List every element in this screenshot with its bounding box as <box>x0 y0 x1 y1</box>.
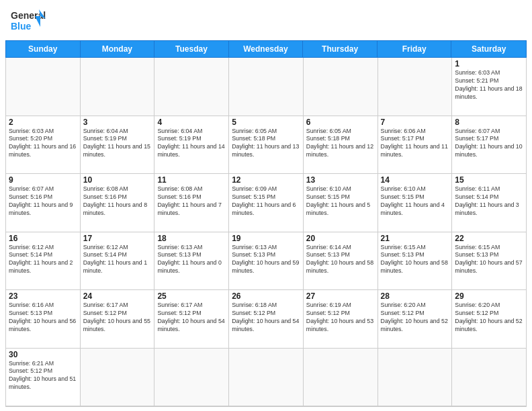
day-number: 8 <box>455 118 523 127</box>
day-number: 15 <box>455 175 523 185</box>
day-info: Sunrise: 6:17 AM Sunset: 5:12 PM Dayligh… <box>157 302 226 334</box>
day-info: Sunrise: 6:18 AM Sunset: 5:12 PM Dayligh… <box>232 302 300 334</box>
day-number: 24 <box>83 291 152 301</box>
calendar-cell: 19Sunrise: 6:13 AM Sunset: 5:13 PM Dayli… <box>229 232 304 291</box>
day-number: 25 <box>157 291 226 301</box>
day-info: Sunrise: 6:20 AM Sunset: 5:12 PM Dayligh… <box>455 302 523 334</box>
day-number: 7 <box>381 118 449 127</box>
calendar-cell: 9Sunrise: 6:07 AM Sunset: 5:16 PM Daylig… <box>6 174 81 232</box>
calendar-cell <box>229 349 304 407</box>
calendar-cell: 27Sunrise: 6:19 AM Sunset: 5:12 PM Dayli… <box>304 290 378 349</box>
day-number: 12 <box>232 175 300 185</box>
day-info: Sunrise: 6:03 AM Sunset: 5:21 PM Dayligh… <box>455 69 523 101</box>
calendar-cell: 20Sunrise: 6:14 AM Sunset: 5:13 PM Dayli… <box>304 232 378 291</box>
calendar-cell: 15Sunrise: 6:11 AM Sunset: 5:14 PM Dayli… <box>452 174 527 232</box>
calendar-row: 2Sunrise: 6:03 AM Sunset: 5:20 PM Daylig… <box>6 116 527 175</box>
calendar-cell <box>154 58 229 116</box>
calendar-cell: 22Sunrise: 6:15 AM Sunset: 5:13 PM Dayli… <box>452 232 527 291</box>
day-number: 13 <box>306 175 375 185</box>
calendar-cell: 8Sunrise: 6:07 AM Sunset: 5:17 PM Daylig… <box>452 116 527 175</box>
day-info: Sunrise: 6:15 AM Sunset: 5:13 PM Dayligh… <box>455 244 523 276</box>
weekday-header: Monday <box>81 41 155 57</box>
weekday-header: Sunday <box>6 41 81 57</box>
calendar: SundayMondayTuesdayWednesdayThursdayFrid… <box>0 40 532 411</box>
calendar-cell: 25Sunrise: 6:17 AM Sunset: 5:12 PM Dayli… <box>154 290 229 349</box>
calendar-cell <box>6 58 81 116</box>
day-info: Sunrise: 6:08 AM Sunset: 5:16 PM Dayligh… <box>157 185 226 218</box>
day-info: Sunrise: 6:07 AM Sunset: 5:17 PM Dayligh… <box>455 128 523 160</box>
day-number: 5 <box>232 118 300 127</box>
day-number: 9 <box>9 175 77 185</box>
calendar-cell: 28Sunrise: 6:20 AM Sunset: 5:12 PM Dayli… <box>378 290 453 349</box>
day-info: Sunrise: 6:06 AM Sunset: 5:17 PM Dayligh… <box>381 128 449 160</box>
day-info: Sunrise: 6:12 AM Sunset: 5:14 PM Dayligh… <box>83 244 152 276</box>
calendar-cell <box>452 349 527 407</box>
day-info: Sunrise: 6:12 AM Sunset: 5:14 PM Dayligh… <box>9 244 77 276</box>
day-info: Sunrise: 6:03 AM Sunset: 5:20 PM Dayligh… <box>9 128 77 160</box>
day-number: 16 <box>9 234 77 243</box>
calendar-row: 16Sunrise: 6:12 AM Sunset: 5:14 PM Dayli… <box>6 232 527 291</box>
calendar-cell: 7Sunrise: 6:06 AM Sunset: 5:17 PM Daylig… <box>378 116 453 175</box>
weekday-header: Tuesday <box>154 41 229 57</box>
weekday-header: Wednesday <box>229 41 304 57</box>
day-info: Sunrise: 6:07 AM Sunset: 5:16 PM Dayligh… <box>9 185 77 218</box>
calendar-cell: 12Sunrise: 6:09 AM Sunset: 5:15 PM Dayli… <box>229 174 304 232</box>
day-number: 20 <box>306 234 375 243</box>
day-number: 11 <box>157 175 226 185</box>
day-info: Sunrise: 6:10 AM Sunset: 5:15 PM Dayligh… <box>381 185 449 218</box>
day-info: Sunrise: 6:04 AM Sunset: 5:19 PM Dayligh… <box>83 128 152 160</box>
calendar-header: SundayMondayTuesdayWednesdayThursdayFrid… <box>5 40 527 58</box>
day-number: 14 <box>381 175 449 185</box>
day-number: 22 <box>455 234 523 243</box>
calendar-row: 9Sunrise: 6:07 AM Sunset: 5:16 PM Daylig… <box>6 174 527 232</box>
calendar-cell: 14Sunrise: 6:10 AM Sunset: 5:15 PM Dayli… <box>378 174 453 232</box>
day-number: 3 <box>83 118 152 127</box>
day-info: Sunrise: 6:05 AM Sunset: 5:18 PM Dayligh… <box>232 128 300 160</box>
day-info: Sunrise: 6:13 AM Sunset: 5:13 PM Dayligh… <box>232 244 300 276</box>
day-info: Sunrise: 6:17 AM Sunset: 5:12 PM Dayligh… <box>83 302 152 334</box>
day-info: Sunrise: 6:21 AM Sunset: 5:12 PM Dayligh… <box>9 360 77 392</box>
day-number: 4 <box>157 118 226 127</box>
calendar-cell <box>378 58 453 116</box>
day-number: 17 <box>83 234 152 243</box>
calendar-cell: 11Sunrise: 6:08 AM Sunset: 5:16 PM Dayli… <box>154 174 229 232</box>
calendar-cell: 30Sunrise: 6:21 AM Sunset: 5:12 PM Dayli… <box>6 349 81 407</box>
calendar-cell: 4Sunrise: 6:04 AM Sunset: 5:19 PM Daylig… <box>154 116 229 175</box>
calendar-cell: 24Sunrise: 6:17 AM Sunset: 5:12 PM Dayli… <box>81 290 155 349</box>
calendar-cell: 17Sunrise: 6:12 AM Sunset: 5:14 PM Dayli… <box>81 232 155 291</box>
calendar-cell: 5Sunrise: 6:05 AM Sunset: 5:18 PM Daylig… <box>229 116 304 175</box>
day-number: 29 <box>455 291 523 301</box>
day-info: Sunrise: 6:19 AM Sunset: 5:12 PM Dayligh… <box>306 302 375 334</box>
logo: GeneralBlue <box>11 7 48 36</box>
calendar-cell <box>304 349 378 407</box>
logo-svg: GeneralBlue <box>11 7 48 36</box>
calendar-body: 1Sunrise: 6:03 AM Sunset: 5:21 PM Daylig… <box>5 58 527 407</box>
day-number: 1 <box>455 59 523 68</box>
day-number: 19 <box>232 234 300 243</box>
calendar-cell: 21Sunrise: 6:15 AM Sunset: 5:13 PM Dayli… <box>378 232 453 291</box>
day-info: Sunrise: 6:09 AM Sunset: 5:15 PM Dayligh… <box>232 185 300 218</box>
day-info: Sunrise: 6:20 AM Sunset: 5:12 PM Dayligh… <box>381 302 449 334</box>
calendar-cell: 2Sunrise: 6:03 AM Sunset: 5:20 PM Daylig… <box>6 116 81 175</box>
day-number: 21 <box>381 234 449 243</box>
calendar-cell: 6Sunrise: 6:05 AM Sunset: 5:18 PM Daylig… <box>304 116 378 175</box>
day-number: 30 <box>9 350 77 359</box>
calendar-row: 30Sunrise: 6:21 AM Sunset: 5:12 PM Dayli… <box>6 349 527 407</box>
calendar-cell <box>304 58 378 116</box>
day-info: Sunrise: 6:05 AM Sunset: 5:18 PM Dayligh… <box>306 128 375 160</box>
calendar-cell: 18Sunrise: 6:13 AM Sunset: 5:13 PM Dayli… <box>154 232 229 291</box>
day-number: 28 <box>381 291 449 301</box>
weekday-header: Friday <box>378 41 452 57</box>
calendar-page: GeneralBlue SundayMondayTuesdayWednesday… <box>0 0 532 411</box>
day-info: Sunrise: 6:04 AM Sunset: 5:19 PM Dayligh… <box>157 128 226 160</box>
weekday-header: Saturday <box>451 41 526 57</box>
calendar-cell: 1Sunrise: 6:03 AM Sunset: 5:21 PM Daylig… <box>452 58 527 116</box>
calendar-cell <box>81 58 155 116</box>
weekday-header: Thursday <box>303 41 378 57</box>
day-number: 10 <box>83 175 152 185</box>
day-info: Sunrise: 6:13 AM Sunset: 5:13 PM Dayligh… <box>157 244 226 276</box>
calendar-row: 1Sunrise: 6:03 AM Sunset: 5:21 PM Daylig… <box>6 58 527 116</box>
day-number: 18 <box>157 234 226 243</box>
day-number: 26 <box>232 291 300 301</box>
day-number: 23 <box>9 291 77 301</box>
